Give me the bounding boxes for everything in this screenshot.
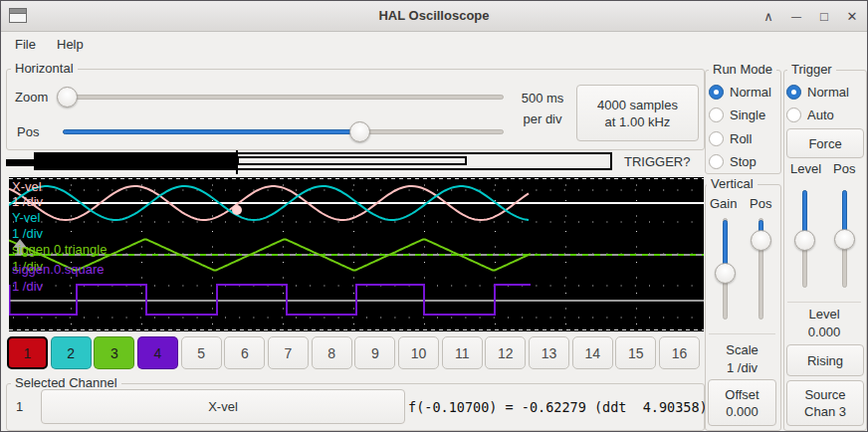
run-mode-option-radio-icon[interactable] bbox=[709, 108, 724, 122]
channel-button-7[interactable]: 7 bbox=[268, 336, 309, 369]
vertical-scale-value: 1 /div bbox=[705, 360, 779, 375]
horizontal-frame-title: Horizontal bbox=[11, 62, 78, 76]
trigger-option-normal[interactable]: Normal bbox=[786, 85, 849, 100]
zoom-slider-track[interactable] bbox=[58, 95, 504, 100]
trigger-option-label: Auto bbox=[807, 108, 834, 122]
samples-button[interactable]: 4000 samples at 1.00 kHz bbox=[576, 85, 699, 141]
channel-button-14[interactable]: 14 bbox=[572, 336, 613, 369]
run-mode-option-single[interactable]: Single bbox=[709, 108, 765, 122]
scope-display[interactable]: X-vel1 /divY-vel1 /divsiggen.0.triangle1… bbox=[9, 177, 704, 331]
trigger-separator bbox=[787, 302, 861, 303]
trigger-level-slider-handle[interactable] bbox=[794, 230, 815, 251]
selected-channel-number: 1 bbox=[16, 399, 23, 414]
trigger-bar-stub bbox=[6, 159, 34, 166]
run-mode-option-radio-icon[interactable] bbox=[709, 131, 724, 146]
trigger-source-button[interactable]: Source Chan 3 bbox=[786, 380, 864, 426]
channel-readout: f(-0.10700) = -0.62279 (ddt 4.90358) bbox=[408, 399, 708, 415]
close-icon[interactable]: ✕ bbox=[845, 9, 859, 24]
pos-slider-handle[interactable] bbox=[349, 121, 370, 142]
trigger-pos-label: Pos bbox=[833, 161, 855, 176]
selected-channel-name-button[interactable]: X-vel bbox=[41, 389, 405, 424]
probe-marker-dot bbox=[232, 205, 242, 215]
trigger-option-radio-icon[interactable] bbox=[786, 108, 801, 122]
pos-slider-fill bbox=[63, 129, 361, 134]
vertical-gain-label: Gain bbox=[710, 196, 737, 211]
vertical-offset-button[interactable]: Offset 0.000 bbox=[708, 379, 776, 426]
trigger-frame-title: Trigger bbox=[787, 63, 836, 77]
run-mode-option-stop[interactable]: Stop bbox=[709, 154, 757, 169]
trigger-option-radio-icon[interactable] bbox=[786, 85, 801, 100]
channel-button-9[interactable]: 9 bbox=[354, 336, 395, 369]
zoom-slider-handle[interactable] bbox=[57, 87, 78, 108]
vertical-scale-caption: Scale bbox=[705, 342, 779, 357]
trigger-option-auto[interactable]: Auto bbox=[786, 108, 834, 122]
time-per-div-line2: per div bbox=[515, 111, 570, 126]
channel-button-11[interactable]: 11 bbox=[442, 336, 483, 369]
maximize-icon[interactable]: □ bbox=[817, 9, 831, 24]
run-mode-option-label: Normal bbox=[730, 85, 771, 100]
pos-label: Pos bbox=[17, 124, 39, 139]
trigger-option-label: Normal bbox=[807, 85, 849, 100]
channel-button-1[interactable]: 1 bbox=[7, 336, 48, 369]
run-mode-option-label: Single bbox=[730, 108, 765, 122]
minimize-icon[interactable]: — bbox=[789, 11, 803, 22]
channel-button-5[interactable]: 5 bbox=[181, 336, 222, 369]
channel-button-15[interactable]: 15 bbox=[615, 336, 656, 369]
trigger-level-label: Level bbox=[790, 161, 821, 176]
vertical-gain-slider-handle[interactable] bbox=[715, 263, 736, 284]
vertical-separator bbox=[709, 333, 775, 334]
trigger-bar-window bbox=[237, 156, 467, 165]
scope-channel-label: siggen.0.square bbox=[12, 263, 105, 277]
trigger-level-caption: Level bbox=[783, 307, 865, 322]
channel-button-4[interactable]: 4 bbox=[137, 336, 178, 369]
trigger-position-marker bbox=[236, 150, 238, 174]
trigger-question-label: TRIGGER? bbox=[624, 154, 690, 169]
menu-help[interactable]: Help bbox=[49, 34, 92, 56]
run-mode-option-roll[interactable]: Roll bbox=[709, 131, 752, 146]
channel-button-16[interactable]: 16 bbox=[659, 336, 700, 369]
run-mode-option-radio-icon[interactable] bbox=[709, 154, 724, 169]
window-title: HAL Oscilloscope bbox=[1, 1, 867, 31]
force-button[interactable]: Force bbox=[786, 128, 864, 158]
time-per-div-line1: 500 ms bbox=[515, 91, 570, 106]
trigger-level-value: 0.000 bbox=[783, 324, 865, 339]
channel-button-13[interactable]: 13 bbox=[529, 336, 569, 369]
selected-channel-frame-title: Selected Channel bbox=[11, 376, 121, 390]
run-mode-option-normal[interactable]: Normal bbox=[709, 85, 771, 100]
scope-channel-label: Y-vel bbox=[12, 211, 40, 225]
channel-button-3[interactable]: 3 bbox=[94, 336, 134, 369]
menu-file[interactable]: File bbox=[7, 34, 44, 56]
trigger-pos-slider-handle[interactable] bbox=[834, 229, 855, 250]
scope-channel-label: 1 /div bbox=[12, 280, 43, 294]
channel-button-8[interactable]: 8 bbox=[312, 336, 352, 369]
scope-channel-label: 1 /div bbox=[12, 195, 43, 209]
trigger-frame bbox=[783, 70, 867, 431]
channel-button-12[interactable]: 12 bbox=[485, 336, 526, 369]
scope-channel-label: 1 /div bbox=[12, 227, 43, 241]
run-mode-option-label: Roll bbox=[730, 131, 752, 146]
run-mode-option-label: Stop bbox=[730, 154, 757, 169]
run-mode-option-radio-icon[interactable] bbox=[709, 85, 724, 100]
channel-button-2[interactable]: 2 bbox=[51, 336, 92, 369]
vertical-frame-title: Vertical bbox=[707, 177, 758, 191]
channel-button-6[interactable]: 6 bbox=[224, 336, 265, 369]
trigger-bar-fill bbox=[34, 152, 237, 170]
window-icon bbox=[9, 8, 27, 23]
app-window: HAL Oscilloscope ∧ — □ ✕ File Help Horiz… bbox=[0, 0, 868, 432]
scope-channel-label: siggen.0.triangle bbox=[12, 243, 107, 257]
zoom-label: Zoom bbox=[15, 90, 48, 105]
run-mode-frame-title: Run Mode bbox=[709, 63, 776, 77]
shade-icon[interactable]: ∧ bbox=[761, 9, 775, 24]
scope-channel-label: X-vel bbox=[12, 180, 42, 194]
vertical-pos-label: Pos bbox=[750, 196, 771, 211]
title-bar: HAL Oscilloscope ∧ — □ ✕ bbox=[1, 1, 867, 32]
channel-button-10[interactable]: 10 bbox=[398, 336, 439, 369]
vertical-pos-slider-handle[interactable] bbox=[751, 230, 771, 251]
trigger-edge-button[interactable]: Rising bbox=[786, 344, 864, 376]
